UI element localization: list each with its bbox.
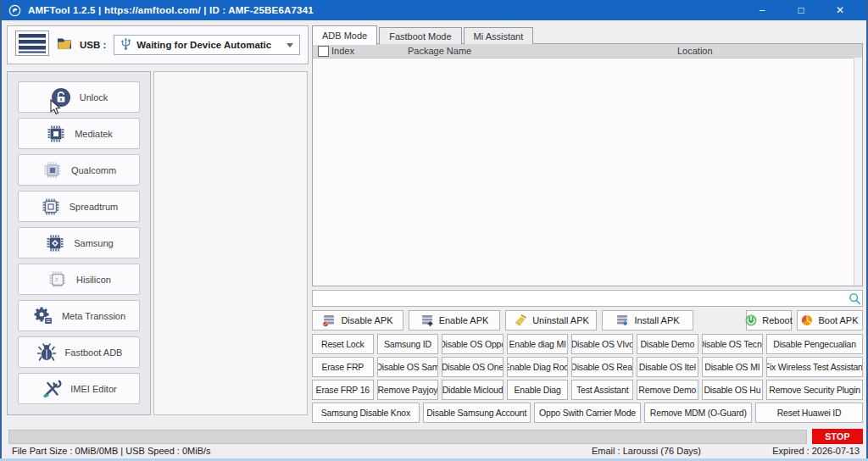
- disable-os-tecno-button[interactable]: Disable OS Tecno: [702, 334, 764, 354]
- progress-row: STOP: [8, 429, 863, 444]
- sidebar-item-mediatek[interactable]: Mediatek: [18, 118, 140, 149]
- sidebar-item-qualcomm[interactable]: Qualcomm: [18, 154, 140, 186]
- remove-security-plugin-button[interactable]: Remove Security Plugin: [766, 380, 863, 400]
- mode-tabs: ADB ModeFastboot ModeMi Assistant: [312, 25, 535, 44]
- disable-demo-button[interactable]: Disable Demo: [637, 334, 698, 354]
- install-apk-button[interactable]: Install APK: [602, 310, 693, 330]
- sidebar-item-fastboot-adb[interactable]: Fastboot ADB: [18, 336, 140, 368]
- usb-selected-value: Waiting for Device Automatic: [136, 40, 281, 50]
- chip-samsung-icon: [44, 232, 66, 254]
- bug-icon: [36, 342, 58, 364]
- fix-wireless-test-assistant-button[interactable]: Fix Wireless Test Assistant: [766, 357, 863, 377]
- sidebar-item-label: Samsung: [74, 238, 113, 248]
- table-scrollbar[interactable]: [854, 58, 862, 286]
- pie-icon: [801, 314, 813, 326]
- apk-enable-icon: [420, 314, 434, 327]
- chip-hisilicon-icon: [47, 269, 69, 291]
- sidebar-item-label: IMEI Editor: [70, 384, 116, 394]
- remove-mdm-o-guard-button[interactable]: Remove MDM (O-Guard): [644, 403, 752, 423]
- menu-list-icon[interactable]: [15, 31, 49, 59]
- folder-icon[interactable]: [57, 36, 72, 53]
- sidebar-item-label: Unlock: [80, 92, 108, 103]
- oppo-swith-carrier-mode-button[interactable]: Oppo Swith Carrier Mode: [534, 403, 642, 423]
- disable-os-itel-button[interactable]: Disable OS Itel: [637, 357, 698, 377]
- sidebar-item-spreadtrum[interactable]: Spreadtrum: [18, 191, 140, 222]
- main-panel: ADB ModeFastboot ModeMi Assistant Index …: [312, 25, 863, 427]
- apk-toolbar: Disable APKEnable APKUninstall APKInstal…: [312, 310, 863, 330]
- select-all-checkbox[interactable]: [318, 46, 329, 57]
- samsung-id-button[interactable]: Samsung ID: [377, 334, 439, 354]
- disable-apk-button[interactable]: Disable APK: [312, 310, 403, 330]
- chip-qualcomm-icon: [42, 159, 64, 181]
- reboot-button[interactable]: Reboot: [746, 310, 792, 330]
- samsung-disable-knox-button[interactable]: Samsung Disable Knox: [312, 403, 420, 423]
- broom-icon: [513, 314, 527, 327]
- erase-frp-button[interactable]: Erase FRP: [312, 357, 374, 377]
- minimize-button[interactable]: –: [743, 0, 782, 20]
- tab-mi-assistant[interactable]: Mi Assistant: [464, 27, 534, 44]
- sidebar-item-imei-editor[interactable]: IMEI Editor: [18, 373, 140, 404]
- status-email: Email : Laroussi (76 Days): [592, 446, 701, 456]
- titlebar: AMFTool 1.2.5 | https://amftool.com/ | I…: [0, 0, 868, 20]
- sidebar-item-label: Qualcomm: [71, 165, 116, 175]
- stop-button[interactable]: STOP: [812, 429, 863, 444]
- sidebar-item-meta-transsion[interactable]: Meta Transsion: [18, 300, 140, 331]
- table-header: Index Package Name Location: [313, 44, 862, 58]
- enable-diag-mi-button[interactable]: Enable diag MI: [507, 334, 569, 354]
- disable-os-oppo-button[interactable]: Disable OS Oppo: [442, 334, 504, 354]
- sidebar-item-hisilicon[interactable]: Hisilicon: [18, 264, 140, 295]
- app-logo-icon: [8, 4, 21, 17]
- status-file-size: File Part Size : 0MiB/0MB | USB Speed : …: [12, 446, 211, 456]
- tools-icon: [41, 378, 63, 400]
- progress-bar: [8, 430, 807, 444]
- sidebar-item-label: Meta Transsion: [62, 311, 125, 321]
- enable-diag-root-button[interactable]: Enable Diag Root: [507, 357, 569, 377]
- didable-micloud-button[interactable]: Didable Micloud: [442, 380, 504, 400]
- disable-os-vivo-button[interactable]: Disable OS VIvo: [571, 334, 633, 354]
- remove-payjoy-button[interactable]: Remove Payjoy: [377, 380, 439, 400]
- button-label: Install APK: [634, 315, 679, 325]
- disable-os-mi-button[interactable]: Disable OS MI: [702, 357, 764, 377]
- disable-os-one-button[interactable]: Disable OS One: [442, 357, 504, 377]
- search-icon[interactable]: [847, 292, 862, 305]
- search-input[interactable]: [313, 292, 847, 305]
- button-label: Disable APK: [341, 315, 392, 325]
- disable-os-sam-button[interactable]: Disable OS Sam: [377, 357, 439, 377]
- tab-fastboot-mode[interactable]: Fastboot Mode: [379, 27, 461, 44]
- enable-diag-button[interactable]: Enable Diag: [507, 380, 569, 400]
- remove-demo-button[interactable]: Remove Demo: [637, 380, 698, 400]
- usb-device-select[interactable]: Waiting for Device Automatic: [114, 35, 300, 55]
- column-header-index: Index: [331, 45, 354, 57]
- test-assistant-button[interactable]: Test Assistant: [571, 380, 633, 400]
- sidebar: UnlockMediatekQualcommSpreadtrumSamsungH…: [7, 71, 151, 415]
- window-edge: [0, 0, 2, 461]
- apk-install-icon: [615, 314, 629, 327]
- button-label: Boot APK: [818, 315, 858, 325]
- button-label: Uninstall APK: [532, 315, 589, 325]
- enable-apk-button[interactable]: Enable APK: [409, 310, 500, 330]
- action-grid-row: Samsung Disable KnoxDisable Samsung Acco…: [312, 403, 863, 423]
- sidebar-item-label: Spreadtrum: [70, 202, 118, 212]
- reset-huawei-id-button[interactable]: Reset Huawei ID: [755, 403, 863, 423]
- uninstall-apk-button[interactable]: Uninstall APK: [505, 310, 597, 330]
- close-button[interactable]: ✕: [821, 0, 860, 20]
- tab-adb-mode[interactable]: ADB Mode: [312, 25, 377, 45]
- sidebar-item-unlock[interactable]: Unlock: [18, 81, 140, 113]
- maximize-button[interactable]: □: [782, 0, 821, 20]
- status-expired: Expired : 2026-07-13: [772, 446, 860, 456]
- window-controls: – □ ✕: [743, 0, 860, 20]
- disable-os-real-button[interactable]: Disable OS Real: [571, 357, 633, 377]
- disable-pengecualian-button[interactable]: Disable Pengecualian: [766, 334, 863, 354]
- boot-apk-button[interactable]: Boot APK: [797, 310, 863, 330]
- disable-samsung-account-button[interactable]: Disable Samsung Account: [423, 403, 531, 423]
- gear-icon: [32, 305, 54, 327]
- reset-lock-button[interactable]: Reset Lock: [312, 334, 374, 354]
- chip-mediatek-icon: [45, 123, 67, 145]
- sidebar-item-label: Mediatek: [75, 129, 113, 139]
- unlock-icon: [50, 86, 72, 108]
- device-panel: USB : Waiting for Device Automatic: [7, 25, 309, 64]
- sidebar-item-samsung[interactable]: Samsung: [18, 227, 140, 258]
- erase-frp-16-button[interactable]: Erase FRP 16: [312, 380, 374, 400]
- disable-os-hu-button[interactable]: Disable OS Hu: [702, 380, 764, 400]
- reboot-icon: [745, 314, 757, 326]
